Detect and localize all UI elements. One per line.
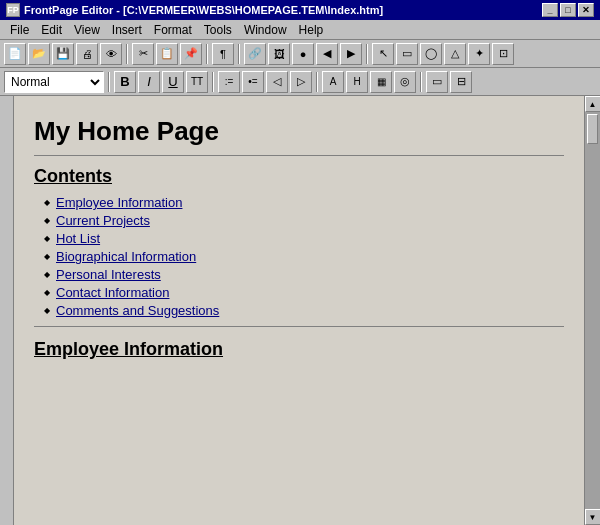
- editor-wrapper: My Home Page Contents Employee Informati…: [0, 96, 600, 525]
- scroll-down-button[interactable]: ▼: [585, 509, 601, 525]
- divider-1: [34, 155, 564, 156]
- nav-link-employee[interactable]: Employee Information: [56, 195, 182, 210]
- left-ruler: [0, 96, 14, 525]
- ol-button[interactable]: :=: [218, 71, 240, 93]
- menu-view[interactable]: View: [68, 21, 106, 39]
- menu-tools[interactable]: Tools: [198, 21, 238, 39]
- scroll-track: [585, 112, 600, 509]
- save-button[interactable]: 💾: [52, 43, 74, 65]
- window-controls[interactable]: _ □ ✕: [542, 3, 594, 17]
- maximize-button[interactable]: □: [560, 3, 576, 17]
- typewriter-button[interactable]: TT: [186, 71, 208, 93]
- window-title: FrontPage Editor - [C:\VERMEER\WEBS\HOME…: [24, 4, 383, 16]
- menu-format[interactable]: Format: [148, 21, 198, 39]
- print-button[interactable]: 🖨: [76, 43, 98, 65]
- cut-button[interactable]: ✂: [132, 43, 154, 65]
- list-item: Employee Information: [44, 195, 564, 210]
- indent-out-button[interactable]: ◁: [266, 71, 288, 93]
- separator-3: [238, 44, 240, 64]
- insert-image-button[interactable]: 🖼: [268, 43, 290, 65]
- shape4-button[interactable]: ✦: [468, 43, 490, 65]
- extra-btn-1[interactable]: ▭: [426, 71, 448, 93]
- nav-link-hotlist[interactable]: Hot List: [56, 231, 100, 246]
- ul-button[interactable]: •=: [242, 71, 264, 93]
- circle-button[interactable]: ●: [292, 43, 314, 65]
- insert-table-button[interactable]: ▦: [370, 71, 392, 93]
- insert-link-button[interactable]: 🔗: [244, 43, 266, 65]
- menu-file[interactable]: File: [4, 21, 35, 39]
- menu-help[interactable]: Help: [293, 21, 330, 39]
- minimize-button[interactable]: _: [542, 3, 558, 17]
- nav-link-interests[interactable]: Personal Interests: [56, 267, 161, 282]
- separator-2: [206, 44, 208, 64]
- separator-4: [366, 44, 368, 64]
- preview-button[interactable]: 👁: [100, 43, 122, 65]
- shape2-button[interactable]: ◯: [420, 43, 442, 65]
- scroll-thumb[interactable]: [587, 114, 598, 144]
- scroll-up-button[interactable]: ▲: [585, 96, 601, 112]
- list-item: Personal Interests: [44, 267, 564, 282]
- indent-in-button[interactable]: ▷: [290, 71, 312, 93]
- separator-5: [108, 72, 110, 92]
- shape1-button[interactable]: ▭: [396, 43, 418, 65]
- contents-heading: Contents: [34, 166, 564, 187]
- app-icon: FP: [6, 3, 20, 17]
- shape5-button[interactable]: ⊡: [492, 43, 514, 65]
- close-button[interactable]: ✕: [578, 3, 594, 17]
- editor-content[interactable]: My Home Page Contents Employee Informati…: [14, 96, 584, 525]
- nav-link-contact[interactable]: Contact Information: [56, 285, 169, 300]
- underline-button[interactable]: U: [162, 71, 184, 93]
- nav-list: Employee Information Current Projects Ho…: [34, 195, 564, 318]
- nav-link-bio[interactable]: Biographical Information: [56, 249, 196, 264]
- list-item: Current Projects: [44, 213, 564, 228]
- separator-7: [316, 72, 318, 92]
- separator-1: [126, 44, 128, 64]
- scrollbar-right[interactable]: ▲ ▼: [584, 96, 600, 525]
- separator-6: [212, 72, 214, 92]
- toolbar-main: 📄 📂 💾 🖨 👁 ✂ 📋 📌 ¶ 🔗 🖼 ● ◀ ▶ ↖ ▭ ◯ △ ✦ ⊡: [0, 40, 600, 68]
- highlight-button[interactable]: H: [346, 71, 368, 93]
- forward-button[interactable]: ▶: [340, 43, 362, 65]
- list-item: Contact Information: [44, 285, 564, 300]
- paste-button[interactable]: 📌: [180, 43, 202, 65]
- nav-link-comments[interactable]: Comments and Suggestions: [56, 303, 219, 318]
- shape3-button[interactable]: △: [444, 43, 466, 65]
- extra-btn-2[interactable]: ⊟: [450, 71, 472, 93]
- section-heading: Employee Information: [34, 339, 564, 360]
- separator-8: [420, 72, 422, 92]
- toolbar-format: Normal Heading 1 Heading 2 Heading 3 B I…: [0, 68, 600, 96]
- paragraph-button[interactable]: ¶: [212, 43, 234, 65]
- list-item: Comments and Suggestions: [44, 303, 564, 318]
- list-item: Biographical Information: [44, 249, 564, 264]
- copy-button[interactable]: 📋: [156, 43, 178, 65]
- list-item: Hot List: [44, 231, 564, 246]
- color-text-button[interactable]: A: [322, 71, 344, 93]
- menu-window[interactable]: Window: [238, 21, 293, 39]
- title-bar: FP FrontPage Editor - [C:\VERMEER\WEBS\H…: [0, 0, 600, 20]
- menu-bar: File Edit View Insert Format Tools Windo…: [0, 20, 600, 40]
- back-button[interactable]: ◀: [316, 43, 338, 65]
- mouse-button[interactable]: ↖: [372, 43, 394, 65]
- bold-button[interactable]: B: [114, 71, 136, 93]
- new-button[interactable]: 📄: [4, 43, 26, 65]
- nav-link-projects[interactable]: Current Projects: [56, 213, 150, 228]
- style-dropdown[interactable]: Normal Heading 1 Heading 2 Heading 3: [4, 71, 104, 93]
- page-title: My Home Page: [34, 116, 564, 147]
- open-button[interactable]: 📂: [28, 43, 50, 65]
- menu-insert[interactable]: Insert: [106, 21, 148, 39]
- insert-col-button[interactable]: ◎: [394, 71, 416, 93]
- divider-2: [34, 326, 564, 327]
- italic-button[interactable]: I: [138, 71, 160, 93]
- menu-edit[interactable]: Edit: [35, 21, 68, 39]
